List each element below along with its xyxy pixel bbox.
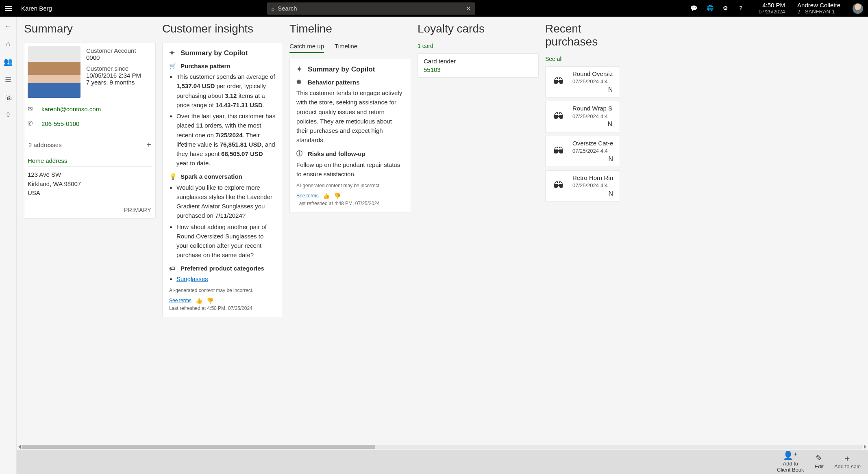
account-value: 0000 <box>86 54 141 61</box>
bag-icon[interactable]: 🛍 <box>4 94 12 101</box>
spark-icon: 💡 <box>169 173 176 180</box>
address-body: 123 Ave SW Kirkland, WA 98007 USA <box>28 170 152 198</box>
thumbs-down-icon[interactable]: 👎 <box>207 297 213 304</box>
add-to-sale-button[interactable]: ＋Add to sale <box>834 454 861 470</box>
list-icon[interactable]: ☰ <box>5 76 11 83</box>
loyalty-card[interactable]: Card tender 55103 <box>418 53 539 78</box>
mail-icon: ✉ <box>28 105 35 113</box>
people-icon[interactable]: 👥 <box>4 58 13 65</box>
pp-bullet-2: Over the last year, this customer has pl… <box>176 111 276 168</box>
insights-heading: Customer insights <box>162 22 283 35</box>
behavior-icon: ✺ <box>296 78 304 86</box>
search-input[interactable]: ⌕ Search ✕ <box>267 2 475 15</box>
recent-item[interactable]: 🕶Round Oversiz07/25/2024 4:4N <box>545 66 620 97</box>
timeline-refreshed: Last refreshed at 4:48 PM, 07/25/2024 <box>296 201 404 206</box>
phone-icon: ✆ <box>28 120 35 127</box>
scroll-thumb[interactable] <box>22 445 375 449</box>
phone-row[interactable]: ✆ 206-555-0100 <box>28 120 152 127</box>
spark-bullet-2: How about adding another pair of Round O… <box>176 222 276 260</box>
loyalty-heading: Loyalty cards <box>418 22 539 35</box>
see-all-link[interactable]: See all <box>545 56 620 62</box>
customer-photo <box>28 46 80 98</box>
thumbs-up-icon[interactable]: 👍 <box>323 193 330 199</box>
search-placeholder: Search <box>278 5 297 12</box>
user-info[interactable]: Andrew Collette 2 - SANFRAN-1 <box>797 2 840 15</box>
summary-heading: Summary <box>24 22 156 35</box>
globe-icon[interactable]: 🌐 <box>707 5 714 12</box>
behavior-body: This customer tends to engage actively w… <box>296 88 404 145</box>
risk-icon: ⓘ <box>296 150 304 158</box>
summary-card: Customer Account 0000 Customer since 10/… <box>24 43 156 219</box>
email-row[interactable]: ✉ karenb@contoso.com <box>28 105 152 113</box>
insights-refreshed: Last refreshed at 4:50 PM, 07/25/2024 <box>169 305 276 311</box>
pp-bullet-1: This customer spends an average of 1,537… <box>176 72 276 110</box>
back-icon[interactable]: ← <box>4 22 12 30</box>
purchase-icon: 🛒 <box>169 62 176 69</box>
timeline-card: ✦Summary by Copilot ✺Behavior patterns T… <box>289 59 411 212</box>
see-terms-link[interactable]: See terms <box>296 193 319 199</box>
scroll-left-icon[interactable] <box>18 445 21 449</box>
add-to-client-book-button[interactable]: 👤⁺Add to Client Book <box>777 451 804 473</box>
sunglasses-icon: 🕶 <box>550 179 568 193</box>
timeline-heading: Timeline <box>289 22 411 35</box>
copilot-icon: ✦ <box>169 49 176 57</box>
sunglasses-icon: 🕶 <box>550 75 568 89</box>
loyalty-count: 1 card <box>418 43 539 49</box>
gear-icon[interactable]: ⚙ <box>723 5 730 12</box>
thumbs-down-icon[interactable]: 👎 <box>334 193 341 199</box>
sunglasses-icon: 🕶 <box>550 109 568 124</box>
account-label: Customer Account <box>86 47 141 54</box>
left-nav: ← ⌂ 👥 ☰ 🛍 0 <box>0 17 17 474</box>
pref-link-sunglasses[interactable]: Sunglasses <box>176 275 208 282</box>
add-address-icon[interactable]: + <box>146 140 151 149</box>
addresses-label[interactable]: 2 addresses <box>28 141 62 148</box>
recent-item[interactable]: 🕶Retro Horn Rin07/25/2024 4:4N <box>545 170 620 201</box>
since-duration: 7 years, 9 months <box>86 79 141 86</box>
edit-button[interactable]: ✎Edit <box>815 454 824 470</box>
plus-icon: ＋ <box>834 454 861 463</box>
sunglasses-icon: 🕶 <box>550 144 568 158</box>
recent-heading: Recent purchases <box>545 22 620 48</box>
since-date: 10/05/2016 2:34 PM <box>86 72 141 79</box>
avatar[interactable] <box>853 3 863 14</box>
insights-card: ✦Summary by Copilot 🛒Purchase pattern Th… <box>162 43 283 317</box>
tab-timeline[interactable]: Timeline <box>335 40 357 53</box>
scroll-right-icon[interactable] <box>864 445 866 449</box>
spark-bullet-1: Would you like to explore more sunglasse… <box>176 183 276 221</box>
edit-icon: ✎ <box>815 454 824 463</box>
recent-item[interactable]: 🕶Oversize Cat-e07/25/2024 4:4N <box>545 136 620 167</box>
clock: 4:50 PM 07/25/2024 <box>759 2 785 15</box>
clear-search-icon[interactable]: ✕ <box>466 5 471 12</box>
see-terms-link[interactable]: See terms <box>169 298 191 303</box>
tab-catch-me-up[interactable]: Catch me up <box>289 40 324 53</box>
home-icon[interactable]: ⌂ <box>6 40 11 48</box>
search-icon: ⌕ <box>271 5 274 12</box>
add-person-icon: 👤⁺ <box>777 451 804 460</box>
hamburger-icon[interactable] <box>5 5 12 12</box>
pref-icon: 🏷 <box>169 265 176 272</box>
customer-title: Karen Berg <box>19 5 52 12</box>
thumbs-up-icon[interactable]: 👍 <box>196 297 202 304</box>
horizontal-scrollbar[interactable] <box>17 444 868 450</box>
risk-body: Follow up on the pendant repair status t… <box>296 160 404 179</box>
home-address-header[interactable]: Home address <box>28 157 152 167</box>
primary-badge: PRIMARY <box>24 207 151 213</box>
help-icon[interactable]: ? <box>739 5 746 12</box>
recent-item[interactable]: 🕶Round Wrap S07/25/2024 4:4N <box>545 101 620 132</box>
chat-icon[interactable]: 💬 <box>690 5 698 12</box>
since-label: Customer since <box>86 65 141 72</box>
count-badge: 0 <box>7 112 10 117</box>
copilot-icon: ✦ <box>296 65 304 74</box>
